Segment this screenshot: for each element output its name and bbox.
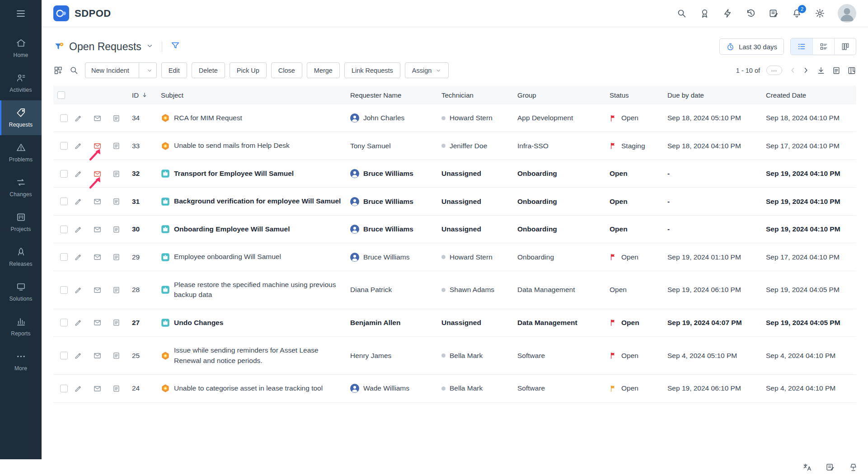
request-id[interactable]: 32 <box>132 161 161 186</box>
edit-pencil-icon[interactable] <box>74 141 83 150</box>
award-icon[interactable] <box>699 8 710 19</box>
close-button[interactable]: Close <box>271 62 302 78</box>
mail-icon[interactable] <box>93 225 102 234</box>
app-logo-icon[interactable] <box>53 5 69 21</box>
edit-pencil-icon[interactable] <box>74 286 83 294</box>
edit-pencil-icon[interactable] <box>74 318 83 327</box>
select-all-checkbox[interactable] <box>57 91 65 99</box>
sort-descending-icon[interactable] <box>141 91 148 99</box>
request-subject[interactable]: Background verification for employee Wil… <box>174 196 341 206</box>
edit-pencil-icon[interactable] <box>74 114 83 123</box>
search-icon[interactable] <box>676 8 687 19</box>
search-list-icon[interactable] <box>69 66 79 75</box>
mail-icon[interactable] <box>93 114 102 123</box>
request-id[interactable]: 28 <box>132 277 161 302</box>
mail-icon[interactable] <box>93 253 102 261</box>
mail-icon[interactable] <box>93 384 102 393</box>
mail-icon[interactable] <box>93 141 102 150</box>
detail-view-button[interactable] <box>812 38 834 55</box>
table-row[interactable]: 31Background verification for employee W… <box>53 188 856 215</box>
history-icon[interactable] <box>746 8 756 19</box>
row-checkbox[interactable] <box>60 385 68 392</box>
list-view-button[interactable] <box>791 38 812 55</box>
notes-icon[interactable] <box>112 318 121 327</box>
column-chooser-icon[interactable] <box>847 66 856 75</box>
request-subject[interactable]: RCA for MIM Request <box>174 113 242 123</box>
zap-icon[interactable] <box>723 8 733 19</box>
row-checkbox[interactable] <box>60 286 68 294</box>
column-header-subject[interactable]: Subject <box>161 91 350 99</box>
export-download-icon[interactable] <box>816 66 826 75</box>
column-header-created-date[interactable]: Created Date <box>766 91 856 99</box>
table-row[interactable]: 29Employee onboarding Will SamuelBruce W… <box>53 243 856 271</box>
summary-panel-icon[interactable] <box>832 66 841 75</box>
request-subject[interactable]: Unable to categorise asset in lease trac… <box>174 383 323 393</box>
mail-icon[interactable] <box>93 318 102 327</box>
column-header-requester-name[interactable]: Requester Name <box>350 91 441 99</box>
gear-icon[interactable] <box>815 8 825 19</box>
pagination-options-button[interactable]: ⋯ <box>766 66 782 75</box>
edit-pencil-icon[interactable] <box>74 170 83 178</box>
mail-icon[interactable] <box>93 351 102 360</box>
sidebar-item-releases[interactable]: Releases <box>0 240 42 274</box>
mail-icon[interactable] <box>93 286 102 294</box>
sidebar-item-solutions[interactable]: Solutions <box>0 274 42 309</box>
request-id[interactable]: 24 <box>132 376 161 401</box>
mail-icon[interactable] <box>93 197 102 206</box>
table-row[interactable]: 27Undo ChangesBenjamin AllenUnassignedDa… <box>53 309 856 337</box>
request-subject[interactable]: Undo Changes <box>174 318 223 328</box>
sidebar-item-projects[interactable]: Projects <box>0 205 42 240</box>
column-header-group[interactable]: Group <box>517 91 610 99</box>
notes-icon[interactable] <box>112 253 121 261</box>
row-checkbox[interactable] <box>60 142 68 150</box>
sidebar-item-activities[interactable]: Activities <box>0 66 42 100</box>
sidebar-item-reports[interactable]: Reports <box>0 309 42 344</box>
link-requests-button[interactable]: Link Requests <box>344 62 400 78</box>
request-subject[interactable]: Issue while sending reminders for Asset … <box>174 345 344 366</box>
sidebar-item-home[interactable]: Home <box>0 31 42 66</box>
new-incident-button[interactable]: New Incident <box>85 62 157 78</box>
hamburger-menu-button[interactable] <box>0 0 42 27</box>
delete-button[interactable]: Delete <box>192 62 225 78</box>
next-page-button[interactable] <box>802 66 810 75</box>
row-checkbox[interactable] <box>60 114 68 122</box>
table-row[interactable]: 32Transport for Employee Will SamuelBruc… <box>53 160 856 188</box>
notes-icon[interactable] <box>112 225 121 234</box>
notes-icon[interactable] <box>112 351 121 360</box>
column-header-technician[interactable]: Technician <box>441 91 517 99</box>
translate-icon[interactable] <box>802 462 812 472</box>
card-grid-icon[interactable] <box>53 66 63 75</box>
view-selector-caret[interactable] <box>146 42 154 52</box>
edit-pencil-icon[interactable] <box>74 253 83 261</box>
notes-icon[interactable] <box>112 384 121 393</box>
notes-icon[interactable] <box>112 114 121 123</box>
request-id[interactable]: 34 <box>132 105 161 131</box>
edit-pencil-icon[interactable] <box>74 197 83 206</box>
edit-pencil-icon[interactable] <box>74 384 83 393</box>
column-header-due-by-date[interactable]: Due by date <box>667 91 766 99</box>
row-checkbox[interactable] <box>60 170 68 178</box>
column-view-button[interactable] <box>834 38 856 55</box>
sidebar-item-changes[interactable]: Changes <box>0 170 42 205</box>
row-checkbox[interactable] <box>60 352 68 359</box>
row-checkbox[interactable] <box>60 319 68 326</box>
pick-up-button[interactable]: Pick Up <box>230 62 267 78</box>
assign-button[interactable]: Assign <box>405 62 449 78</box>
row-checkbox[interactable] <box>60 198 68 205</box>
time-filter-button[interactable]: Last 30 days <box>719 38 784 55</box>
table-row[interactable]: 24Unable to categorise asset in lease tr… <box>53 375 856 402</box>
notes-icon[interactable] <box>112 141 121 150</box>
notes-icon[interactable] <box>112 170 121 178</box>
request-subject[interactable]: Unable to send mails from Help Desk <box>174 141 290 151</box>
request-id[interactable]: 29 <box>132 245 161 270</box>
sidebar-item-problems[interactable]: Problems <box>0 135 42 170</box>
mail-icon[interactable] <box>93 170 102 178</box>
request-id[interactable]: 27 <box>132 310 161 335</box>
row-checkbox[interactable] <box>60 226 68 233</box>
user-avatar[interactable] <box>838 4 856 23</box>
request-id[interactable]: 30 <box>132 217 161 242</box>
sidebar-item-more[interactable]: More <box>0 344 42 379</box>
new-incident-caret[interactable] <box>143 63 156 78</box>
request-subject[interactable]: Please restore the specified machine usi… <box>174 280 344 300</box>
bell-icon[interactable]: 2 <box>792 8 802 19</box>
